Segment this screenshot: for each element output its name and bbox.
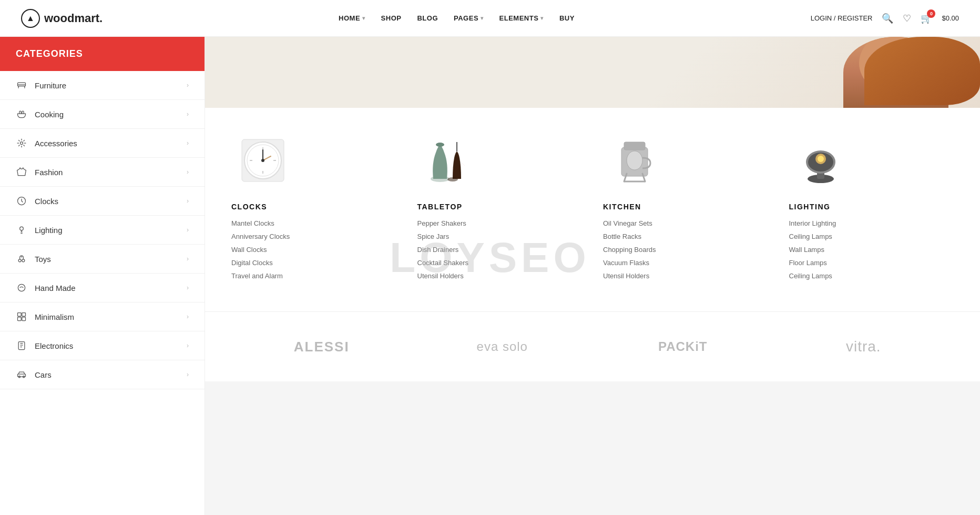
- nav-item-pages[interactable]: PAGES▾: [454, 14, 484, 22]
- mega-link[interactable]: Anniversary Clocks: [231, 233, 396, 240]
- sidebar-label: Furniture: [35, 81, 66, 90]
- nav-item-home[interactable]: HOME▾: [339, 14, 365, 22]
- nav-item-blog[interactable]: BLOG: [417, 14, 438, 22]
- mega-link[interactable]: Digital Clocks: [231, 259, 396, 267]
- mega-col-title-0: CLOCKS: [231, 203, 396, 211]
- cart-icon[interactable]: 🛒 0: [921, 13, 932, 24]
- sidebar-label: Toys: [35, 255, 51, 264]
- mega-link[interactable]: Floor Lamps: [789, 259, 954, 267]
- brand-vitra.[interactable]: vitra.: [773, 328, 954, 366]
- svg-point-3: [20, 227, 24, 230]
- nav-chevron-icon: ▾: [481, 15, 484, 21]
- mega-link[interactable]: Utensil Holders: [603, 272, 768, 280]
- toys-icon: [16, 253, 27, 265]
- svg-point-5: [22, 259, 25, 262]
- sidebar-item-minimalism[interactable]: Minimalism›: [0, 302, 205, 331]
- site-header: ▲ woodmart. HOME▾SHOPBLOGPAGES▾ELEMENTS▾…: [0, 0, 980, 37]
- mega-col-title-3: LIGHTING: [789, 203, 954, 211]
- sidebar-item-lighting[interactable]: Lighting›: [0, 216, 205, 245]
- svg-point-34: [627, 151, 642, 170]
- sidebar-item-furniture[interactable]: Furniture›: [0, 71, 205, 100]
- mega-col-image-1[interactable]: [417, 129, 481, 192]
- minimalism-icon: [16, 311, 27, 322]
- hero-banner: [205, 37, 980, 108]
- brands-row: ALESSIeva soloPACKiTvitra.: [205, 311, 980, 381]
- mega-link[interactable]: Utensil Holders: [417, 272, 583, 280]
- svg-point-6: [18, 284, 25, 291]
- mega-link[interactable]: Ceiling Lamps: [789, 272, 954, 280]
- brand-eva-solo[interactable]: eva solo: [412, 328, 593, 366]
- brand-packit[interactable]: PACKiT: [593, 328, 773, 366]
- nav-item-shop[interactable]: SHOP: [381, 14, 402, 22]
- sidebar-item-fashion[interactable]: Fashion›: [0, 158, 205, 187]
- main-nav: HOME▾SHOPBLOGPAGES▾ELEMENTS▾BUY: [339, 14, 575, 22]
- mega-menu-panel: CLOCKSMantel ClocksAnniversary ClocksWal…: [205, 108, 980, 311]
- nav-item-buy[interactable]: BUY: [559, 14, 575, 22]
- mega-link[interactable]: Pepper Shakers: [417, 219, 583, 227]
- sidebar-label: Lighting: [35, 226, 63, 235]
- svg-rect-9: [18, 317, 22, 321]
- mega-link[interactable]: Bottle Racks: [603, 233, 768, 240]
- clocks-icon: [16, 195, 27, 207]
- cars-icon: [16, 369, 27, 380]
- fashion-icon: [16, 166, 27, 178]
- sidebar-chevron-icon: ›: [187, 110, 189, 118]
- logo-text: woodmart.: [44, 12, 103, 25]
- cart-badge: 0: [927, 9, 935, 18]
- svg-rect-33: [624, 142, 645, 150]
- nav-chevron-icon: ▾: [362, 15, 365, 21]
- cooking-icon: [16, 108, 27, 120]
- mega-link[interactable]: Travel and Alarm: [231, 272, 396, 280]
- sidebar-chevron-icon: ›: [187, 168, 189, 176]
- mega-col-lighting: LIGHTINGInterior LightingCeiling LampsWa…: [789, 129, 954, 285]
- login-register-link[interactable]: LOGIN / REGISTER: [811, 14, 873, 22]
- sidebar-item-hand-made[interactable]: Hand Made›: [0, 274, 205, 302]
- sidebar-chevron-icon: ›: [187, 313, 189, 320]
- sidebar-chevron-icon: ›: [187, 82, 189, 89]
- mega-link[interactable]: Mantel Clocks: [231, 219, 396, 227]
- sidebar-item-cooking[interactable]: Cooking›: [0, 100, 205, 129]
- mega-link[interactable]: Spice Jars: [417, 233, 583, 240]
- electronics-icon: [16, 340, 27, 351]
- mega-link[interactable]: Cocktail Shakers: [417, 259, 583, 267]
- sidebar-item-toys[interactable]: Toys›: [0, 245, 205, 274]
- mega-col-image-0[interactable]: [231, 129, 294, 192]
- mega-col-image-2[interactable]: [603, 129, 666, 192]
- mega-link[interactable]: Wall Clocks: [231, 246, 396, 254]
- mega-grid: CLOCKSMantel ClocksAnniversary ClocksWal…: [231, 129, 954, 285]
- sidebar-title: CATEGORIES: [16, 48, 189, 59]
- mega-col-image-3[interactable]: [789, 129, 852, 192]
- wishlist-icon[interactable]: ♡: [903, 13, 911, 24]
- mega-link[interactable]: Chopping Boards: [603, 246, 768, 254]
- sidebar-item-clocks[interactable]: Clocks›: [0, 187, 205, 216]
- brand-alessi[interactable]: ALESSI: [231, 328, 412, 366]
- brand-label: eva solo: [477, 339, 528, 354]
- search-icon[interactable]: 🔍: [882, 13, 893, 24]
- sidebar-label: Fashion: [35, 168, 63, 177]
- lighting-icon: [16, 224, 27, 236]
- mega-link[interactable]: Wall Lamps: [789, 246, 954, 254]
- mega-col-kitchen: KITCHENOil Vinegar SetsBottle RacksChopp…: [603, 129, 768, 285]
- svg-point-27: [261, 159, 264, 162]
- sidebar-label: Cooking: [35, 110, 64, 119]
- svg-rect-11: [18, 342, 25, 350]
- svg-point-41: [818, 156, 824, 162]
- logo[interactable]: ▲ woodmart.: [21, 9, 103, 28]
- sidebar-label: Minimalism: [35, 312, 74, 321]
- mega-link[interactable]: Dish Drainers: [417, 246, 583, 254]
- mega-link[interactable]: Vacuum Flasks: [603, 259, 768, 267]
- brand-label: PACKiT: [658, 339, 708, 354]
- svg-point-4: [18, 259, 21, 262]
- mega-col-title-1: TABLETOP: [417, 203, 583, 211]
- sidebar-item-accessories[interactable]: Accessories›: [0, 129, 205, 158]
- sidebar-item-cars[interactable]: Cars›: [0, 360, 205, 389]
- sidebar-item-electronics[interactable]: Electronics›: [0, 331, 205, 360]
- mega-link[interactable]: Ceiling Lamps: [789, 233, 954, 240]
- svg-point-31: [447, 177, 458, 181]
- nav-item-elements[interactable]: ELEMENTS▾: [499, 14, 544, 22]
- sidebar-chevron-icon: ›: [187, 197, 189, 205]
- mega-col-tabletop: TABLETOPPepper ShakersSpice JarsDish Dra…: [417, 129, 583, 285]
- mega-link[interactable]: Oil Vinegar Sets: [603, 219, 768, 227]
- sidebar-label: Clocks: [35, 197, 58, 206]
- mega-link[interactable]: Interior Lighting: [789, 219, 954, 227]
